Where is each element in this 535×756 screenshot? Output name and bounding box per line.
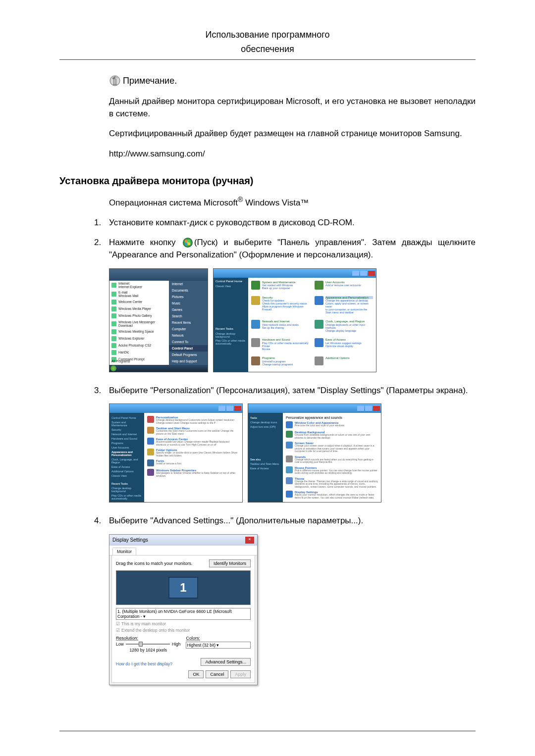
cp-recent-1[interactable]: Change desktop background — [215, 332, 246, 338]
appearance-item[interactable]: Folder OptionsSpecify single- or double-… — [147, 449, 239, 457]
appearance-side-item[interactable]: Programs — [111, 442, 142, 445]
step-4-text: Выберите "Advanced Settings..." (Дополни… — [109, 514, 476, 527]
start-menu-item[interactable]: HanDic — [109, 349, 169, 356]
start-menu-right-item[interactable]: Games — [169, 306, 208, 313]
see-also-link[interactable]: Ease of Access — [250, 467, 281, 470]
control-panel-item[interactable]: System and MaintenanceGet started with W… — [251, 281, 310, 293]
start-menu-right-item[interactable]: Network — [169, 332, 208, 339]
appearance-side-item[interactable]: Appearance and Personalization — [111, 451, 142, 456]
control-panel-item[interactable]: SecurityCheck for updatesCheck this comp… — [251, 296, 310, 317]
svg-rect-5 — [185, 243, 187, 245]
start-menu-item[interactable]: Windows Meeting Space — [109, 328, 169, 335]
see-also-link[interactable]: Taskbar and Start Menu — [250, 462, 281, 465]
personalization-item[interactable]: Mouse PointersPick a different mouse poi… — [286, 466, 378, 475]
control-panel-item[interactable]: Appearance and PersonalizationChange the… — [315, 296, 373, 317]
start-menu-item[interactable]: E-mailWindows Mail — [109, 290, 169, 299]
control-panel-item[interactable]: Network and InternetView network status … — [251, 320, 310, 335]
control-panel-item[interactable]: User AccountsAdd or remove user accounts — [315, 281, 373, 293]
tab-monitor[interactable]: Monitor — [112, 548, 136, 555]
monitor-select[interactable]: 1. (Multiple Monitors) on NVIDIA GeForce… — [116, 608, 251, 620]
personalization-item[interactable]: Screen SaverChange your screen saver or … — [286, 442, 378, 453]
appearance-side-item[interactable]: Additional Options — [111, 470, 142, 473]
personalization-item[interactable]: Desktop BackgroundChoose from available … — [286, 431, 378, 439]
personalization-item[interactable]: SoundsChange which sounds are heard when… — [286, 455, 378, 464]
control-panel-item[interactable]: Clock, Language, and RegionChange keyboa… — [315, 320, 373, 335]
personalization-item[interactable]: ThemeChange the theme. Themes can change… — [286, 477, 378, 489]
resolution-label: Resolution: — [116, 636, 181, 641]
appearance-item[interactable]: FontsInstall or remove a font — [147, 459, 239, 466]
appearance-side-item[interactable]: Clock, Language, and Region — [111, 458, 142, 464]
start-menu-right-item[interactable]: Recent Items — [169, 319, 208, 326]
minimize-icon[interactable] — [357, 406, 364, 411]
appearance-item[interactable]: Ease of Access CenterAccommodate low vis… — [147, 438, 239, 446]
appearance-item[interactable]: Taskbar and Start MenuCustomize the Star… — [147, 427, 239, 435]
start-menu-item[interactable]: Windows Explorer — [109, 335, 169, 342]
control-panel-item[interactable]: Ease of AccessLet Windows suggest settin… — [315, 338, 373, 353]
start-all-programs[interactable]: All Programs — [111, 359, 130, 363]
main-monitor-checkbox: ☑This is my main monitor — [116, 621, 251, 626]
close-icon[interactable] — [373, 406, 380, 411]
personalization-side-item[interactable]: Adjust font size (DPI) — [250, 425, 281, 428]
resolution-slider[interactable]: Low High — [116, 642, 181, 647]
appearance-side-item[interactable]: User Accounts — [111, 446, 142, 449]
appearance-side-item[interactable]: Ease of Access — [111, 465, 142, 468]
appearance-side-item[interactable]: Hardware and Sound — [111, 437, 142, 440]
advanced-settings-button[interactable]: Advanced Settings... — [201, 658, 251, 666]
start-button-icon[interactable] — [110, 365, 116, 371]
monitor-arrangement-area[interactable]: 1 — [116, 570, 251, 605]
colors-label: Colors: — [186, 636, 251, 641]
cancel-button[interactable]: Cancel — [206, 670, 228, 678]
start-menu-right-item[interactable]: Computer — [169, 326, 208, 332]
best-display-link[interactable]: How do I get the best display? — [116, 661, 172, 666]
see-also-head: See also — [250, 458, 281, 461]
start-menu-item[interactable]: InternetInternet Explorer — [109, 281, 169, 290]
maximize-icon[interactable] — [365, 406, 372, 411]
start-menu-item[interactable]: Adobe Photoshop CS2 — [109, 342, 169, 349]
start-menu-right-item[interactable]: Connect To — [169, 339, 208, 345]
personalization-side-item[interactable]: Change desktop icons — [250, 421, 281, 424]
start-menu-right-item[interactable]: Music — [169, 300, 208, 306]
start-menu-right-item[interactable]: Search — [169, 313, 208, 319]
cp-classic-view[interactable]: Classic View — [215, 285, 246, 288]
identify-monitors-button[interactable]: Identify Monitors — [209, 559, 251, 567]
appearance-side-item[interactable]: Control Panel Home — [111, 416, 142, 419]
appearance-side-item[interactable]: System and Maintenance — [111, 421, 142, 427]
maximize-icon[interactable] — [226, 406, 233, 411]
control-panel-item[interactable]: ProgramsUninstall a programChange startu… — [251, 356, 310, 369]
appearance-side-item[interactable]: Security — [111, 428, 142, 431]
close-icon[interactable] — [234, 406, 241, 411]
personalization-item[interactable]: Window Color and AppearanceFine tune the… — [286, 421, 378, 428]
personalization-item[interactable]: Display SettingsAdjust your monitor reso… — [286, 491, 378, 499]
appearance-side-item[interactable]: Classic View — [111, 474, 142, 477]
start-menu-right-item[interactable]: Control Panel — [169, 345, 208, 352]
start-menu-right-item[interactable]: Internet — [169, 281, 208, 287]
appearance-item[interactable]: Windows Sidebar PropertiesAdd gadgets to… — [147, 469, 239, 477]
start-menu-right-item[interactable]: Pictures — [169, 294, 208, 300]
cp-recent-2[interactable]: Play CDs or other media automatically — [215, 339, 246, 345]
maximize-icon[interactable] — [360, 271, 367, 276]
control-panel-item[interactable]: Hardware and SoundPlay CDs or other medi… — [251, 338, 310, 353]
minimize-icon[interactable] — [218, 406, 225, 411]
start-menu-item[interactable]: Windows Photo Gallery — [109, 312, 169, 319]
monitor-1-icon[interactable]: 1 — [168, 577, 198, 599]
apply-button[interactable]: Apply — [230, 670, 251, 678]
close-icon[interactable]: × — [245, 537, 254, 544]
close-icon[interactable] — [368, 271, 375, 276]
control-panel-item[interactable]: Additional Options — [315, 356, 373, 369]
appearance-side-item[interactable]: Network and Internet — [111, 433, 142, 436]
recent-task-link[interactable]: Play CDs or other media automatically — [111, 494, 142, 500]
minimize-icon[interactable] — [352, 271, 359, 276]
start-menu-item[interactable]: Windows Live Messenger Download — [109, 319, 169, 328]
start-menu-right-item[interactable]: Default Programs — [169, 352, 208, 358]
start-menu-item[interactable]: Windows Media Player — [109, 305, 169, 312]
start-menu-item[interactable]: Welcome Center — [109, 299, 169, 305]
colors-combo[interactable]: Highest (32 bit) ▾ — [186, 642, 251, 649]
start-menu-right-item[interactable]: Help and Support — [169, 358, 208, 364]
dialog-title: Display Settings — [112, 537, 148, 543]
ok-button[interactable]: OK — [188, 670, 204, 678]
resolution-value: 1280 by 1024 pixels — [116, 648, 181, 653]
start-menu-right-item[interactable]: Documents — [169, 287, 208, 294]
appearance-item[interactable]: PersonalizationChange desktop background… — [147, 416, 239, 424]
personalization-side-item[interactable]: Tasks — [250, 416, 281, 419]
recent-task-link[interactable]: Change desktop background — [111, 487, 142, 493]
